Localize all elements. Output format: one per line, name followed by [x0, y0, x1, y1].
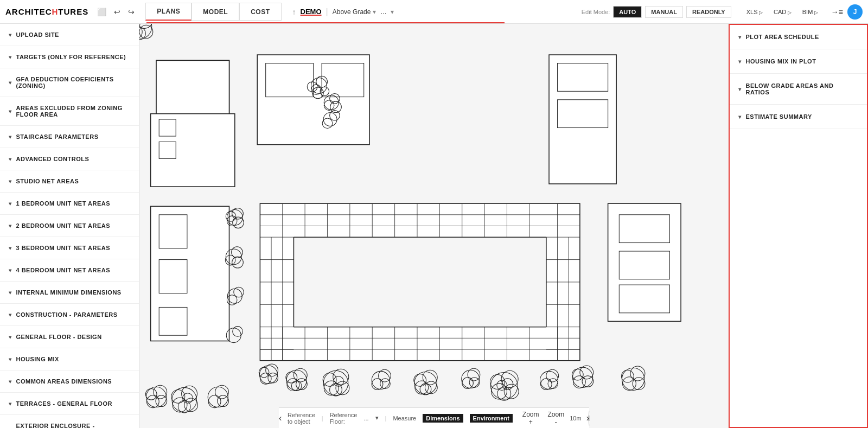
nav-prev-button[interactable]: ‹: [279, 413, 282, 423]
chevron-down-icon: ▾: [9, 379, 12, 385]
sidebar-item-targets[interactable]: ▾ TARGETS (only for reference): [0, 46, 139, 68]
zoom-out-button[interactable]: Zoom -: [545, 410, 568, 427]
chevron-down-icon: ▾: [9, 108, 12, 114]
chevron-down-icon: ▾: [9, 134, 12, 140]
redo-icon[interactable]: ↪: [126, 7, 137, 17]
svg-rect-44: [293, 237, 546, 327]
chevron-down-icon: ▾: [9, 201, 12, 207]
right-panel-item-label: HOUSING MIX IN PLOT: [746, 58, 816, 65]
sidebar-item-label: GFA DEDUCTION COEFICIENTS (ZONING): [16, 76, 131, 89]
svg-rect-97: [619, 251, 669, 279]
tab-cost[interactable]: COST: [239, 3, 281, 21]
zoom-in-button[interactable]: Zoom +: [519, 410, 542, 427]
sidebar-item-upload-site[interactable]: ▾ UPLOAD SITE: [0, 24, 139, 46]
right-panel-item-housing-mix[interactable]: ▾ HOUSING MIX IN PLOT: [730, 49, 867, 74]
dimensions-button[interactable]: Dimensions: [423, 414, 463, 423]
sidebar-item-general-floor[interactable]: ▾ GENERAL FLOOR - DESIGN: [0, 326, 139, 348]
reference-floor-value: ...: [363, 415, 368, 421]
center-canvas[interactable]: Split Trim — Plot Urban Environment Buil…: [139, 24, 729, 428]
demo-grade-dropdown[interactable]: Above Grade ▾: [333, 8, 376, 16]
demo-label[interactable]: DEMO: [301, 8, 322, 16]
sidebar-item-staircase[interactable]: ▾ STAIRCASE PARAMETERS: [0, 126, 139, 148]
sidebar-item-label: CONSTRUCTION - PARAMETERS: [16, 311, 118, 318]
sidebar-item-advanced-controls[interactable]: ▾ ADVANCED CONTROLS: [0, 148, 139, 170]
sidebar-item-internal-min-dims[interactable]: ▾ INTERNAL MINIMUM DIMENSIONS: [0, 282, 139, 304]
right-panel-item-label: ESTIMATE SUMMARY: [746, 113, 812, 120]
export-buttons-group: XLS CAD BIM: [742, 7, 822, 17]
sidebar-item-label: STAIRCASE PARAMETERS: [16, 133, 99, 140]
sidebar-item-gfa-deduction[interactable]: ▾ GFA DEDUCTION COEFICIENTS (ZONING): [0, 68, 139, 97]
environment-button[interactable]: Environment: [470, 414, 513, 423]
window-icon[interactable]: ⬜: [95, 7, 108, 17]
svg-rect-25: [151, 206, 229, 341]
right-panel: ▾ PLOT AREA SCHEDULE ▾ HOUSING MIX IN PL…: [729, 24, 868, 428]
chevron-down-icon: ▾: [738, 114, 742, 120]
sidebar-item-1bed-net[interactable]: ▾ 1 BEDROOM UNIT NET AREAS: [0, 193, 139, 215]
sidebar-item-label: 4 BEDROOM UNIT NET AREAS: [16, 267, 111, 273]
tab-plans[interactable]: PLANS: [145, 3, 192, 21]
grade-chevron-icon: ▾: [373, 8, 376, 16]
bottom-separator-2: |: [385, 415, 387, 421]
sidebar-item-label: AREAS EXCLUDED FROM ZONING FLOOR AREA: [16, 105, 131, 118]
reference-floor-label: Reference Floor:: [330, 412, 358, 425]
bottom-bar: ‹ Reference to object | Reference Floor:…: [279, 407, 589, 428]
chevron-down-icon: ▾: [9, 290, 12, 296]
export-cad-button[interactable]: CAD: [769, 7, 796, 17]
demo-dots: ...: [380, 8, 386, 16]
right-panel-item-estimate-summary[interactable]: ▾ ESTIMATE SUMMARY: [730, 105, 867, 129]
export-bim-button[interactable]: BIM: [798, 7, 822, 17]
nav-icons-group: ⬜ ↩ ↪: [95, 7, 137, 17]
right-panel-item-label: PLOT AREA SCHEDULE: [746, 34, 819, 40]
chevron-down-icon: ▾: [9, 426, 12, 429]
sidebar-item-label: 1 BEDROOM UNIT NET AREAS: [16, 200, 111, 207]
svg-rect-3: [151, 114, 235, 187]
sidebar-item-housing-mix[interactable]: ▾ HOUSING MIX: [0, 348, 139, 370]
sidebar-item-studio-net[interactable]: ▾ STUDIO NET AREAS: [0, 170, 139, 193]
sidebar-item-exterior-enclosure[interactable]: ▾ EXTERIOR ENCLOSURE - PARAMETERS: [0, 415, 139, 428]
chevron-down-icon: ▾: [738, 59, 742, 65]
chevron-down-icon: ▾: [9, 334, 12, 340]
top-navigation: ARCHITECHTURES ⬜ ↩ ↪ PLANS MODEL COST ↑ …: [0, 0, 868, 24]
right-panel-item-label: BELOW GRADE AREAS AND RATIOS: [746, 82, 859, 95]
chevron-down-icon: ▾: [9, 178, 12, 184]
demo-extra-chevron-icon: ▾: [391, 8, 394, 16]
sidebar-item-2bed-net[interactable]: ▾ 2 BEDROOM UNIT NET AREAS: [0, 215, 139, 237]
edit-mode-readonly[interactable]: READONLY: [686, 6, 731, 18]
edit-mode-auto[interactable]: AUTO: [613, 6, 642, 18]
nav-next-button[interactable]: ›: [586, 413, 589, 423]
svg-rect-7: [266, 63, 314, 97]
right-panel-item-plot-area[interactable]: ▾ PLOT AREA SCHEDULE: [730, 25, 867, 49]
chevron-down-icon: ▾: [9, 356, 12, 362]
chevron-down-icon: ▾: [738, 34, 742, 40]
sidebar-item-label: ADVANCED CONTROLS: [16, 156, 90, 162]
svg-rect-24: [558, 100, 608, 128]
sidebar-item-label: 2 BEDROOM UNIT NET AREAS: [16, 222, 111, 229]
export-xls-button[interactable]: XLS: [742, 7, 767, 17]
undo-icon[interactable]: ↩: [112, 7, 123, 17]
sidebar-item-terraces[interactable]: ▾ TERRACES - GENERAL FLOOR: [0, 393, 139, 415]
svg-rect-96: [619, 215, 669, 243]
sidebar-item-label: HOUSING MIX: [16, 356, 59, 362]
edit-mode-manual[interactable]: MANUAL: [645, 6, 683, 18]
demo-area: ↑ DEMO | Above Grade ▾ ... ▾: [292, 7, 582, 17]
svg-rect-23: [558, 63, 608, 92]
chevron-down-icon: ▾: [9, 312, 12, 318]
sidebar-item-3bed-net[interactable]: ▾ 3 BEDROOM UNIT NET AREAS: [0, 237, 139, 259]
sidebar-item-label: INTERNAL MINIMUM DIMENSIONS: [16, 289, 122, 296]
user-avatar[interactable]: J: [847, 4, 863, 20]
sidebar-item-4bed-net[interactable]: ▾ 4 BEDROOM UNIT NET AREAS: [0, 259, 139, 282]
tab-model[interactable]: MODEL: [192, 3, 239, 21]
right-panel-item-below-grade[interactable]: ▾ BELOW GRADE AREAS AND RATIOS: [730, 74, 867, 105]
demo-arrow-icon: ↑: [292, 8, 296, 16]
sidebar-item-label: STUDIO NET AREAS: [16, 178, 79, 184]
reference-floor-chevron-icon[interactable]: ▾: [375, 414, 379, 421]
chevron-down-icon: ▾: [9, 32, 12, 38]
svg-rect-2: [156, 60, 229, 116]
sidebar-item-construction-params[interactable]: ▾ CONSTRUCTION - PARAMETERS: [0, 304, 139, 326]
sidebar-item-common-areas[interactable]: ▾ COMMON AREAS DIMENSIONS: [0, 370, 139, 393]
logo: ARCHITECHTURES: [5, 7, 88, 16]
sidebar-item-label: TARGETS (only for reference): [16, 54, 126, 60]
sidebar-item-areas-excluded[interactable]: ▾ AREAS EXCLUDED FROM ZONING FLOOR AREA: [0, 97, 139, 126]
nav-extra-button[interactable]: →≡: [827, 5, 847, 18]
chevron-down-icon: ▾: [9, 223, 12, 229]
